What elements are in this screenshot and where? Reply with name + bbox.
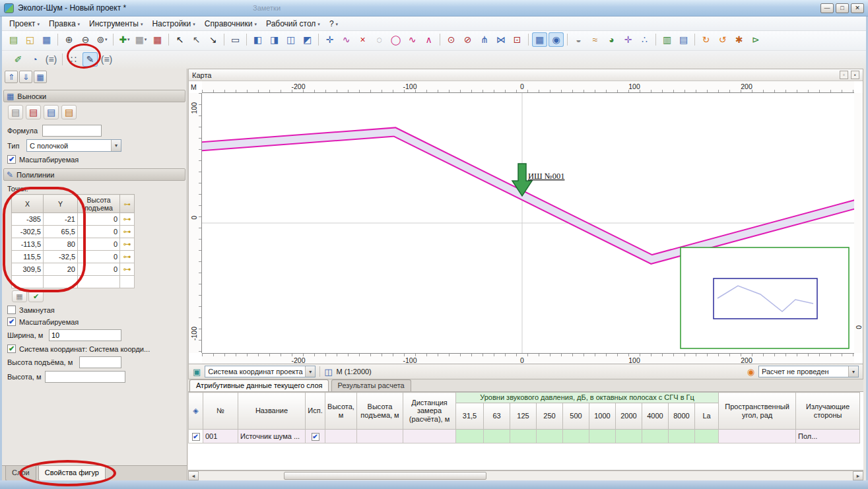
polylines-section-header[interactable]: ✎ Полилинии (3, 168, 185, 181)
point-x-cell[interactable]: -113,5 (12, 238, 44, 251)
link-nodes-icon[interactable]: ∿ (339, 32, 354, 47)
col-lift-height[interactable]: Высота подъема, м (357, 393, 403, 430)
polyline-shape-icon[interactable]: ∧ (421, 32, 436, 47)
freq-column-header[interactable]: 31,5 (456, 403, 484, 430)
point-lock-key-icon[interactable]: ⊶ (120, 226, 135, 238)
points-col-y[interactable]: Y (44, 195, 78, 213)
insert-node-icon[interactable]: ⊙ (444, 32, 459, 47)
lasso-icon[interactable]: ◌ (372, 32, 387, 47)
tab-calculation-results[interactable]: Результаты расчета (331, 379, 411, 391)
zoom-out-icon[interactable]: ⊖ (78, 32, 93, 47)
tab-shape-properties[interactable]: Свойства фигур (38, 466, 106, 481)
pin-panel-icon[interactable]: ▪ (851, 71, 859, 79)
freq-column-header[interactable]: 500 (563, 403, 589, 430)
menu-settings[interactable]: Настройки▾ (147, 16, 199, 31)
refresh-icon[interactable]: ↻ (698, 32, 714, 47)
marquee-select-icon[interactable]: ▭ (228, 32, 243, 47)
lift-height-input[interactable] (79, 356, 121, 368)
menu-edit[interactable]: Правка▾ (44, 16, 84, 31)
polyline-settings-icon[interactable]: (≡) (99, 52, 114, 67)
merge-segment-icon[interactable]: ⋈ (493, 32, 508, 47)
point-lift-cell[interactable]: 0 (78, 226, 120, 238)
scrollbar-track[interactable] (199, 471, 853, 480)
callout-style-combo-icon[interactable]: ▤ (61, 105, 77, 119)
point-x-cell[interactable]: -302,5 (12, 226, 44, 238)
empty-cell[interactable] (78, 276, 120, 288)
col-emitting-sides[interactable]: Излучающие стороны (796, 393, 860, 430)
source-height-cell[interactable] (325, 430, 357, 443)
point-y-cell[interactable]: 20 (44, 263, 78, 276)
zoom-window-icon[interactable]: ⊚▾ (94, 32, 110, 47)
source-name-cell[interactable]: Источник шума ... (238, 430, 306, 443)
coord-system-checkbox[interactable]: ✔ (7, 344, 16, 353)
insert-point-icon[interactable]: ▦ (12, 290, 27, 302)
callout-tool-icon[interactable]: ✐ (11, 52, 26, 67)
scales-icon[interactable]: ∴ (637, 32, 652, 47)
minimize-button[interactable]: — (820, 3, 834, 13)
new-project-icon[interactable]: ▤ (6, 32, 21, 47)
maximize-button[interactable]: □ (836, 3, 849, 13)
callout-style-plain-icon[interactable]: ▤ (8, 105, 23, 119)
noise-source-label[interactable]: ИШ №001 (528, 172, 564, 181)
panel-layout-icon[interactable]: ▦ (34, 71, 47, 83)
freq-column-header[interactable]: La (695, 403, 719, 430)
point-y-cell[interactable]: -32,5 (44, 251, 78, 263)
scroll-left-button[interactable]: ◂ (188, 471, 199, 480)
select-add-icon[interactable]: ↖ (189, 32, 204, 47)
point-x-cell[interactable]: -385 (12, 213, 44, 226)
col-spatial-angle[interactable]: Пространственный угол, рад (719, 393, 796, 430)
col-measure-distance[interactable]: Дистанция замера (расчёта), м (403, 393, 456, 430)
eraser-icon[interactable]: ◒ (571, 32, 586, 47)
titlebar[interactable]: Эколог-Шум - Новый проект * Заметки — □ … (0, 0, 868, 16)
closed-polyline-checkbox[interactable] (7, 306, 16, 314)
recalculate-icon[interactable]: ↺ (715, 32, 730, 47)
point-x-cell[interactable]: 115,5 (12, 251, 44, 263)
source-angle-cell[interactable] (719, 430, 796, 443)
point-lock-key-icon[interactable]: ⊶ (120, 213, 135, 226)
cascade-windows-icon[interactable]: ◩ (300, 32, 315, 47)
point-y-cell[interactable]: 80 (44, 238, 78, 251)
spl-value-cell[interactable] (669, 430, 695, 443)
move-shape-icon[interactable]: ✛ (322, 32, 337, 47)
col-height[interactable]: Высота, м (325, 393, 357, 430)
spl-value-cell[interactable] (589, 430, 616, 443)
tab-layers[interactable]: Слои (5, 466, 36, 481)
result-table-icon[interactable]: ▤ (676, 32, 691, 47)
callout-settings-icon[interactable]: (≡) (44, 52, 59, 67)
spl-value-cell[interactable] (484, 430, 510, 443)
select-arrow-icon[interactable]: ↖ (172, 32, 187, 47)
col-number[interactable]: № (203, 393, 238, 430)
spl-value-cell[interactable] (537, 430, 563, 443)
tile-windows-icon[interactable]: ◫ (283, 32, 298, 47)
node-properties-icon[interactable]: ⊡ (510, 32, 525, 47)
source-used-checkbox[interactable]: ✔ (312, 433, 319, 441)
freq-column-header[interactable]: 125 (510, 403, 537, 430)
scrollbar-thumb[interactable] (284, 472, 486, 480)
callout-type-select[interactable]: С полочкой ▾ (26, 139, 121, 152)
save-icon[interactable]: ▦ (39, 32, 54, 47)
object-grid-icon[interactable]: ▦▾ (133, 32, 149, 47)
spl-value-cell[interactable] (642, 430, 669, 443)
point-lock-key-icon[interactable]: ⊶ (120, 238, 135, 251)
menu-tools[interactable]: Инструменты▾ (84, 16, 147, 31)
callout-style-red-icon[interactable]: ▤ (26, 105, 41, 119)
polyline-scalable-checkbox[interactable]: ✔ (7, 317, 16, 326)
callout-scalable-checkbox[interactable]: ✔ (7, 155, 16, 164)
curve-shape-icon[interactable]: ∿ (405, 32, 420, 47)
spl-value-cell[interactable] (456, 430, 484, 443)
ellipse-shape-icon[interactable]: ◯ (388, 32, 403, 47)
snap-grid-icon[interactable]: ▦ (532, 32, 547, 47)
dash-style-icon[interactable]: ∷ (66, 52, 81, 67)
width-input[interactable] (49, 329, 121, 341)
source-number-cell[interactable]: 001 (203, 430, 238, 443)
scroll-right-button[interactable]: ▸ (853, 471, 863, 480)
empty-cell[interactable] (44, 276, 78, 288)
search-zoom-icon[interactable]: ◉ (549, 32, 564, 47)
float-panel-icon[interactable]: ▫ (840, 71, 848, 79)
spl-value-cell[interactable] (695, 430, 719, 443)
add-object-icon[interactable]: ✚▾ (117, 32, 132, 47)
source-distance-cell[interactable] (403, 430, 456, 443)
points-col-x[interactable]: X (12, 195, 44, 213)
col-name[interactable]: Название (238, 393, 306, 430)
select-node-icon[interactable]: ↘ (205, 32, 220, 47)
